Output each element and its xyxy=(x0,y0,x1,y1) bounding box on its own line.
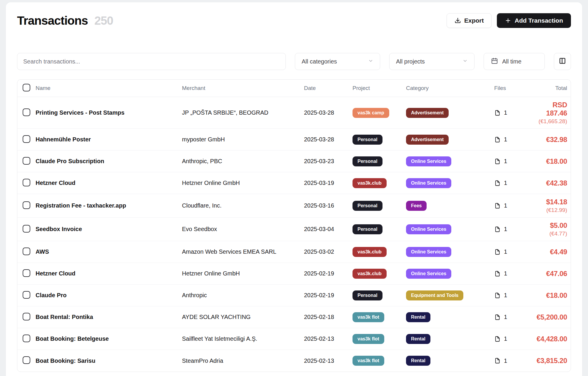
transaction-merchant: Cloudflare, Inc. xyxy=(182,202,304,209)
export-button[interactable]: Export xyxy=(447,13,492,28)
transaction-total-secondary: (€12.99) xyxy=(535,207,567,213)
table-row[interactable]: Registration Fee - taxhacker.app Cloudfl… xyxy=(17,194,571,218)
table-row[interactable]: Boat Booking: Betelgeuse Sailfleet Yat I… xyxy=(17,328,571,350)
row-checkbox[interactable] xyxy=(23,135,30,143)
date-range-filter[interactable]: All time xyxy=(484,53,545,70)
project-badge[interactable]: vas3k flot xyxy=(353,356,384,366)
table-row[interactable]: AWS Amazon Web Services EMEA SARL 2025-0… xyxy=(17,241,571,263)
transaction-name: Claude Pro xyxy=(36,292,182,299)
project-badge[interactable]: Personal xyxy=(353,201,382,211)
project-badge[interactable]: vas3k.club xyxy=(353,178,387,188)
row-checkbox[interactable] xyxy=(23,248,30,255)
column-header-name[interactable]: Name xyxy=(36,85,182,91)
table-row[interactable]: Hetzner Cloud Hetzner Online GmbH 2025-0… xyxy=(17,172,571,194)
transaction-merchant: myposter GmbH xyxy=(182,136,304,143)
export-button-label: Export xyxy=(464,17,484,24)
file-count: 1 xyxy=(504,248,507,255)
table-row[interactable]: Claude Pro Anthropic 2025-02-19 Personal… xyxy=(17,285,571,306)
table-row[interactable]: Printing Services - Post Stamps JP „POŠT… xyxy=(17,97,571,129)
row-checkbox[interactable] xyxy=(23,225,30,233)
transaction-merchant: Hetzner Online GmbH xyxy=(182,180,304,186)
projects-filter[interactable]: All projects xyxy=(389,53,475,70)
row-checkbox[interactable] xyxy=(23,291,30,299)
transaction-total: RSD 187.46 xyxy=(535,101,567,117)
transaction-merchant: AYDE SOLAR YACHTING xyxy=(182,314,304,320)
row-checkbox[interactable] xyxy=(23,179,30,186)
row-checkbox[interactable] xyxy=(23,335,30,342)
column-header-category[interactable]: Category xyxy=(406,85,483,91)
files-cell: 1 xyxy=(483,202,535,209)
transaction-date: 2025-02-19 xyxy=(304,270,353,277)
file-count: 1 xyxy=(504,202,507,209)
project-badge[interactable]: Personal xyxy=(353,135,382,145)
table-row[interactable]: Boat Rental: Pontika AYDE SOLAR YACHTING… xyxy=(17,306,571,328)
table-row[interactable]: Hetzner Cloud Hetzner Online GmbH 2025-0… xyxy=(17,263,571,285)
table-row[interactable]: Boat Booking: Sarisu SteamPro Adria 2025… xyxy=(17,350,571,372)
project-badge[interactable]: vas3k camp xyxy=(353,108,389,118)
column-header-files[interactable]: Files xyxy=(483,85,535,91)
row-checkbox[interactable] xyxy=(23,157,30,165)
select-all-checkbox[interactable] xyxy=(23,84,30,91)
category-badge[interactable]: Online Services xyxy=(406,178,451,188)
file-icon xyxy=(494,136,501,143)
transaction-date: 2025-03-23 xyxy=(304,158,353,165)
table-row[interactable]: Seedbox Invoice Evo Seedbox 2025-03-04 P… xyxy=(17,218,571,241)
chevron-down-icon xyxy=(462,58,468,65)
column-header-date[interactable]: Date xyxy=(304,85,353,91)
file-count: 1 xyxy=(504,292,507,299)
category-badge[interactable]: Online Services xyxy=(406,247,451,257)
category-badge[interactable]: Rental xyxy=(406,334,430,344)
file-icon xyxy=(494,314,501,320)
file-icon xyxy=(494,158,501,165)
category-badge[interactable]: Equipment and Tools xyxy=(406,290,463,300)
transaction-merchant: Amazon Web Services EMEA SARL xyxy=(182,248,304,255)
add-transaction-button[interactable]: Add Transaction xyxy=(497,13,571,28)
column-header-total[interactable]: Total xyxy=(535,85,571,91)
project-badge[interactable]: Personal xyxy=(353,224,382,234)
file-icon xyxy=(494,336,501,342)
transaction-name: Printing Services - Post Stamps xyxy=(36,109,182,116)
row-checkbox[interactable] xyxy=(23,269,30,277)
transaction-total: €4.49 xyxy=(535,248,567,256)
transaction-name: Claude Pro Subscription xyxy=(36,158,182,165)
category-badge[interactable]: Advertisement xyxy=(406,135,449,145)
transaction-name: Hetzner Cloud xyxy=(36,270,182,277)
calendar-icon xyxy=(491,57,498,66)
category-badge[interactable]: Rental xyxy=(406,356,430,366)
categories-filter[interactable]: All categories xyxy=(295,53,380,70)
file-icon xyxy=(494,203,501,209)
transaction-name: Hahnemühle Poster xyxy=(36,136,182,143)
project-badge[interactable]: vas3k.club xyxy=(353,247,387,257)
transaction-name: Hetzner Cloud xyxy=(36,180,182,186)
row-checkbox[interactable] xyxy=(23,356,30,364)
search-input[interactable] xyxy=(17,53,286,70)
transactions-panel: Transactions 250 Export Add Transaction … xyxy=(6,2,582,376)
row-checkbox[interactable] xyxy=(23,313,30,320)
project-badge[interactable]: Personal xyxy=(353,290,382,300)
category-badge[interactable]: Rental xyxy=(406,312,430,322)
project-badge[interactable]: vas3k flot xyxy=(353,334,384,344)
column-header-project[interactable]: Project xyxy=(353,85,406,91)
page-header: Transactions 250 Export Add Transaction xyxy=(17,13,571,28)
plus-icon xyxy=(505,17,511,24)
files-cell: 1 xyxy=(483,335,535,342)
table-row[interactable]: Hahnemühle Poster myposter GmbH 2025-03-… xyxy=(17,129,571,151)
project-badge[interactable]: vas3k flot xyxy=(353,312,384,322)
row-checkbox[interactable] xyxy=(23,108,30,116)
transaction-name: AWS xyxy=(36,248,182,255)
table-row[interactable]: Claude Pro Subscription Anthropic, PBC 2… xyxy=(17,151,571,172)
transaction-total: $14.18 xyxy=(535,198,567,206)
category-badge[interactable]: Online Services xyxy=(406,269,451,279)
column-header-merchant[interactable]: Merchant xyxy=(182,85,304,91)
category-badge[interactable]: Online Services xyxy=(406,156,451,166)
transaction-name: Boat Booking: Betelgeuse xyxy=(36,335,182,342)
project-badge[interactable]: vas3k.club xyxy=(353,269,387,279)
columns-toggle-button[interactable] xyxy=(554,53,571,70)
category-badge[interactable]: Fees xyxy=(406,201,427,211)
category-badge[interactable]: Advertisement xyxy=(406,108,449,118)
row-checkbox[interactable] xyxy=(23,201,30,209)
transaction-name: Seedbox Invoice xyxy=(36,226,182,233)
project-badge[interactable]: Personal xyxy=(353,156,382,166)
category-badge[interactable]: Online Services xyxy=(406,224,451,234)
file-count: 1 xyxy=(504,158,507,165)
